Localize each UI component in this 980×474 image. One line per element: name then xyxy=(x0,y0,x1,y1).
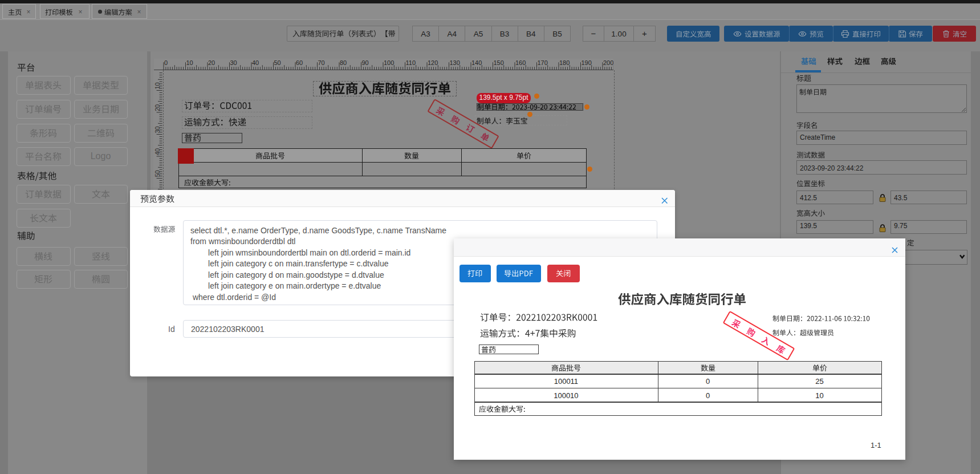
svg-text:70: 70 xyxy=(318,59,325,66)
svg-text:140: 140 xyxy=(471,59,482,66)
svg-text:50: 50 xyxy=(274,59,281,66)
svg-text:20: 20 xyxy=(154,104,161,111)
svg-text:60: 60 xyxy=(296,59,303,66)
svg-text:30: 30 xyxy=(230,59,237,66)
svg-text:110: 110 xyxy=(406,59,416,66)
svg-text:190: 190 xyxy=(582,59,592,66)
svg-text:100: 100 xyxy=(384,59,394,66)
svg-text:80: 80 xyxy=(340,59,347,66)
svg-text:10: 10 xyxy=(154,82,161,89)
svg-text:10: 10 xyxy=(186,59,193,66)
svg-text:200: 200 xyxy=(603,59,613,66)
svg-text:50: 50 xyxy=(154,170,161,177)
svg-text:0: 0 xyxy=(164,59,168,66)
svg-text:170: 170 xyxy=(538,59,548,66)
svg-text:40: 40 xyxy=(252,59,259,66)
svg-text:120: 120 xyxy=(428,59,438,66)
svg-text:180: 180 xyxy=(559,59,570,66)
svg-text:130: 130 xyxy=(450,59,460,66)
svg-text:160: 160 xyxy=(515,59,526,66)
svg-text:30: 30 xyxy=(154,126,161,133)
svg-text:150: 150 xyxy=(494,59,504,66)
svg-text:40: 40 xyxy=(154,148,161,155)
svg-text:20: 20 xyxy=(208,59,215,66)
svg-text:90: 90 xyxy=(362,59,369,66)
